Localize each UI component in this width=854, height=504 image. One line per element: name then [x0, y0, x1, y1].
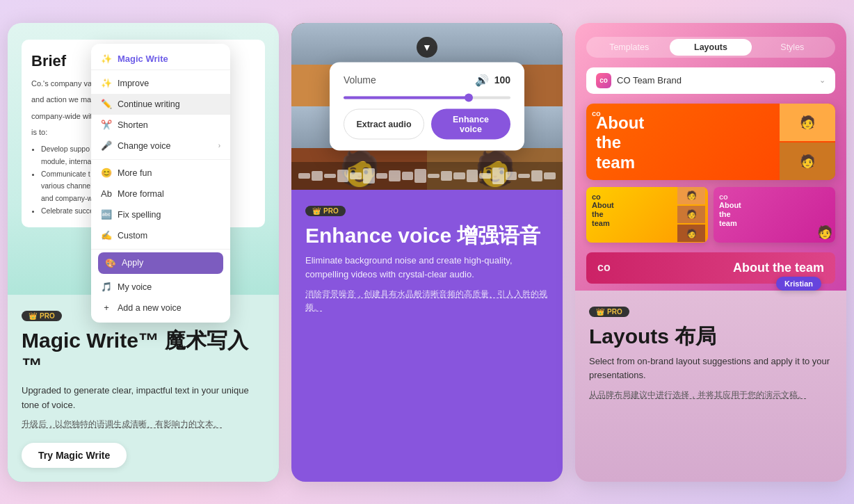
card2-bottom-area: 👑 PRO Enhance voice 增强语音 Eliminate backg…	[291, 190, 563, 340]
enhance-voice-card: 🧑 🧑 🧑 🧑 ▼ Volum	[291, 23, 563, 482]
building-bg-1	[291, 23, 427, 65]
more-formal-label: More formal	[118, 189, 164, 199]
brand-name: CO Team Brand	[617, 75, 682, 86]
enhance-voice-button[interactable]: Enhance voice	[431, 108, 510, 139]
pro-label-1: PRO	[40, 312, 55, 320]
magic-write-header: ✨ Magic Write	[91, 48, 230, 70]
card1-main-title: Magic Write™ 魔术写入™	[22, 328, 265, 378]
speaker-volume-icon: 🔊	[475, 73, 489, 86]
add-voice-label: Add a new voice	[118, 303, 182, 313]
my-voice-icon: 🎵	[101, 282, 112, 293]
my-voice-label: My voice	[118, 282, 152, 292]
add-voice-icon: +	[101, 302, 112, 314]
magic-write-dropdown: ✨ Magic Write ✨ Improve ✏️ Continue writ…	[91, 44, 230, 323]
wave-8	[389, 170, 401, 181]
continue-writing-item[interactable]: ✏️ Continue writing	[91, 94, 230, 115]
wave-17	[506, 172, 517, 180]
wave-19	[531, 170, 543, 181]
shorten-icon: ✂️	[101, 120, 112, 131]
crown-icon: 👑	[29, 312, 37, 320]
pro-badge-1: 👑 PRO	[22, 311, 62, 321]
brand-chevron-icon: ⌄	[819, 76, 825, 85]
pro-badge-2: 👑 PRO	[305, 206, 346, 216]
tab-styles[interactable]: Styles	[752, 39, 833, 56]
shorten-label: Shorten	[118, 120, 148, 130]
lp-small-row: co Abouttheteam 🧑 🧑 🧑 co Abouttheteam 🧑	[586, 187, 835, 243]
crown-icon-2: 👑	[312, 207, 321, 215]
custom-label: Custom	[118, 231, 147, 241]
volume-popup: Volume 🔊 100 Extract audio Enhance voice	[330, 62, 524, 150]
layout-preview-small-1[interactable]: co Abouttheteam 🧑 🧑 🧑	[586, 187, 708, 243]
crown-icon-3: 👑	[596, 308, 604, 316]
change-voice-label: Change voice	[118, 141, 170, 151]
apply-brand-voice-item[interactable]: 🎨 Apply	[98, 252, 223, 274]
custom-item[interactable]: ✍️ Custom	[91, 225, 230, 246]
card1-top-area: Brief Co.'s company valuof our culture, …	[8, 23, 279, 295]
change-voice-chevron-icon: ›	[218, 142, 220, 149]
about-team-text: About the team	[733, 261, 824, 275]
lp-s2-face: 🧑	[817, 225, 832, 240]
my-voice-item[interactable]: 🎵 My voice	[91, 277, 230, 298]
wave-7	[376, 173, 388, 179]
wave-4	[337, 170, 349, 182]
dropdown-divider-2	[91, 249, 230, 250]
card1-bottom-area: 👑 PRO Magic Write™ 魔术写入™ Upgraded to gen…	[8, 295, 279, 482]
wave-12	[441, 171, 453, 181]
volume-slider[interactable]	[344, 96, 510, 99]
wave-11	[428, 174, 440, 178]
apply-brand-icon: 🎨	[105, 258, 116, 268]
more-fun-icon: 😊	[101, 168, 112, 179]
fix-spelling-icon: 🔤	[101, 209, 112, 220]
layout-previews: Abouttheteam 🧑 🧑 co co Abouttheteam 🧑	[586, 104, 835, 284]
pro-badge-3: 👑 PRO	[589, 307, 629, 317]
wave-2	[312, 171, 323, 181]
shorten-item[interactable]: ✂️ Shorten	[91, 115, 230, 136]
wave-3	[324, 174, 336, 178]
waveform-bar	[291, 162, 563, 190]
layout-preview-small-2[interactable]: co Abouttheteam 🧑	[714, 187, 835, 243]
card2-subtitle: Eliminate background noise and create hi…	[305, 254, 549, 283]
more-fun-label: More fun	[118, 168, 152, 178]
co-logo-big: co	[592, 109, 601, 117]
wave-10	[414, 169, 426, 183]
brand-selector[interactable]: co CO Team Brand ⌄	[586, 67, 835, 94]
lp-big-face-1: 🧑	[780, 104, 835, 141]
extract-audio-button[interactable]: Extract audio	[344, 108, 424, 139]
lp-s1-faces: 🧑 🧑 🧑	[677, 187, 705, 243]
wave-13	[453, 172, 465, 179]
more-fun-item[interactable]: 😊 More fun	[91, 163, 230, 184]
card2-image-area: 🧑 🧑 🧑 🧑 ▼ Volum	[291, 23, 563, 190]
apply-brand-label: Apply	[122, 258, 143, 268]
card1-zh-text: 升级后，以您独特的语调生成清晰、有影响力的文本。	[22, 418, 265, 431]
improve-label: Improve	[118, 79, 149, 88]
card3-main-title: Layouts 布局	[589, 324, 832, 349]
card2-zh-text: 消除背景噪音，创建具有水晶般清晰音频的高质量、引人入胜的视频。	[305, 288, 549, 314]
card3-subtitle: Select from on-brand layout suggestions …	[589, 355, 832, 384]
lp-s1-face-2: 🧑	[677, 206, 705, 223]
lp-s1-face-1: 🧑	[677, 187, 705, 204]
change-voice-item[interactable]: 🎤 Change voice ›	[91, 136, 230, 156]
add-voice-item[interactable]: + Add a new voice	[91, 298, 230, 318]
magic-write-card: Brief Co.'s company valuof our culture, …	[8, 23, 279, 482]
tab-templates[interactable]: Templates	[588, 39, 670, 56]
volume-header: Volume 🔊 100	[344, 73, 510, 86]
volume-thumb	[465, 93, 473, 101]
fix-spelling-item[interactable]: 🔤 Fix spelling	[91, 204, 230, 225]
try-magic-write-button[interactable]: Try Magic Write	[22, 443, 127, 468]
lp-s2-about: Abouttheteam	[719, 201, 830, 229]
layouts-card: Templates Layouts Styles co CO Team Bran…	[575, 23, 846, 482]
more-formal-icon: Ab	[101, 188, 112, 200]
improve-item[interactable]: ✨ Improve	[91, 73, 230, 94]
more-formal-item[interactable]: Ab More formal	[91, 184, 230, 204]
layout-tabs: Templates Layouts Styles	[586, 37, 835, 58]
continue-writing-icon: ✏️	[101, 99, 112, 110]
volume-number: 100	[494, 74, 510, 86]
continue-writing-label: Continue writing	[118, 99, 180, 109]
improve-icon: ✨	[101, 78, 112, 89]
lp-big-face-2: 🧑	[780, 143, 835, 180]
wave-5	[350, 172, 362, 179]
fix-spelling-label: Fix spelling	[118, 210, 161, 220]
kristian-badge: Kristian	[776, 277, 821, 291]
tab-layouts[interactable]: Layouts	[670, 39, 751, 56]
layout-preview-big[interactable]: Abouttheteam 🧑 🧑 co	[586, 104, 835, 180]
